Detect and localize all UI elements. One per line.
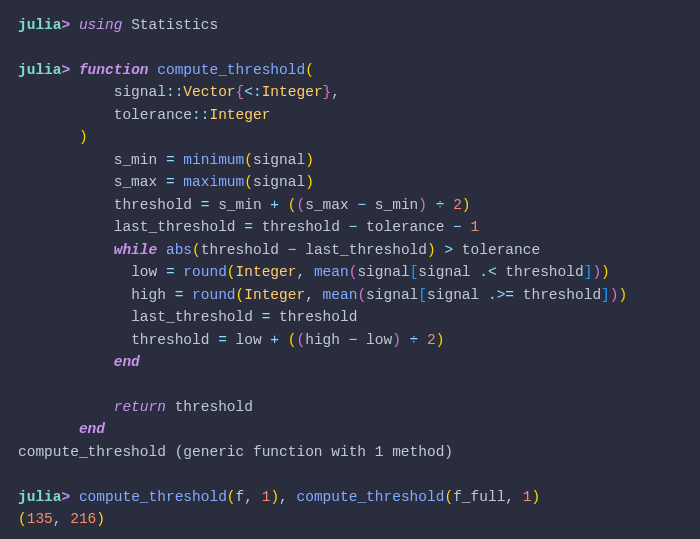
var-last-threshold: last_threshold xyxy=(114,219,236,235)
method-summary: compute_threshold (generic function with… xyxy=(18,444,453,460)
var-high: high xyxy=(131,287,166,303)
keyword-while: while xyxy=(114,242,158,258)
call-round: round xyxy=(183,264,227,280)
module-name: Statistics xyxy=(131,17,218,33)
call-mean: mean xyxy=(314,264,349,280)
call-round: round xyxy=(192,287,236,303)
repl-output: julia> using Statistics julia> function … xyxy=(18,14,682,531)
call-compute-threshold: compute_threshold xyxy=(79,489,227,505)
call-minimum: minimum xyxy=(183,152,244,168)
literal-two: 2 xyxy=(453,197,462,213)
prompt: julia> xyxy=(18,17,70,33)
keyword-using: using xyxy=(79,17,123,33)
call-compute-threshold: compute_threshold xyxy=(296,489,444,505)
result-tuple: (135, 216) xyxy=(18,511,105,527)
param-tolerance: tolerance xyxy=(114,107,192,123)
var-threshold: threshold xyxy=(114,197,192,213)
keyword-function: function xyxy=(79,62,149,78)
prompt: julia> xyxy=(18,62,70,78)
function-name: compute_threshold xyxy=(157,62,305,78)
type-integer: Integer xyxy=(209,107,270,123)
var-s-max: s_max xyxy=(114,174,158,190)
assign-last-threshold: last_threshold xyxy=(131,309,253,325)
var-low: low xyxy=(131,264,157,280)
literal-two: 2 xyxy=(427,332,436,348)
call-maximum: maximum xyxy=(183,174,244,190)
keyword-end: end xyxy=(114,354,140,370)
var-s-min: s_min xyxy=(114,152,158,168)
keyword-return: return xyxy=(114,399,166,415)
prompt: julia> xyxy=(18,489,70,505)
call-abs: abs xyxy=(166,242,192,258)
call-mean: mean xyxy=(323,287,358,303)
param-signal: signal xyxy=(114,84,166,100)
type-vector: Vector xyxy=(183,84,235,100)
type-integer: Integer xyxy=(262,84,323,100)
keyword-end: end xyxy=(79,421,105,437)
literal-one: 1 xyxy=(471,219,480,235)
assign-threshold: threshold xyxy=(131,332,209,348)
